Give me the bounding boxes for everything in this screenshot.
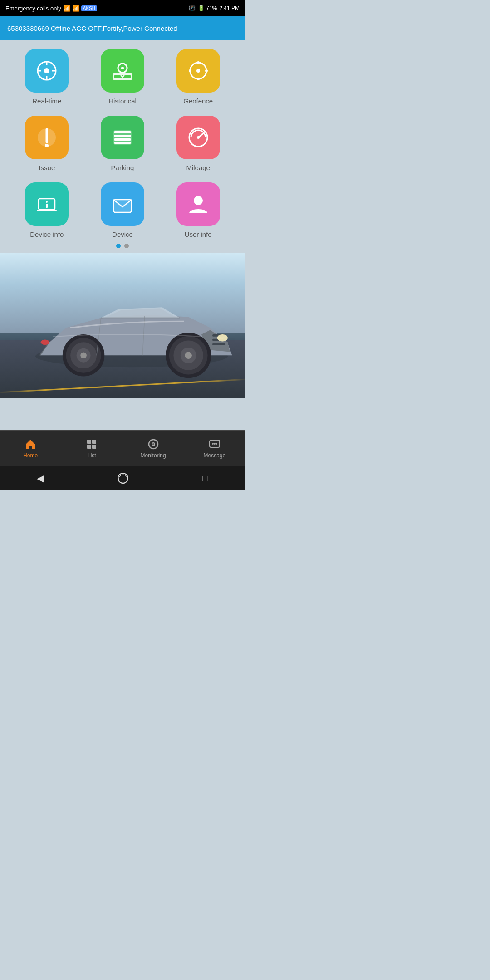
svg-rect-30 [46, 204, 48, 208]
svg-point-58 [212, 443, 214, 445]
svg-rect-52 [87, 445, 91, 449]
device-icon-box [101, 182, 144, 226]
mileage-icon-box [176, 116, 220, 159]
badge-icon: AKSH [81, 5, 97, 11]
device-status-text: 65303330669 Offline ACC OFF,Fortify,Powe… [7, 24, 177, 32]
icon-grid: Real-time Historical [14, 49, 231, 238]
svg-point-8 [121, 67, 124, 69]
realtime-icon [35, 59, 59, 83]
grid-item-geofence[interactable]: Geofence [165, 49, 231, 105]
deviceinfo-icon [35, 192, 59, 216]
recents-button[interactable]: □ [202, 473, 208, 484]
svg-point-15 [189, 69, 191, 72]
historical-label: Historical [108, 97, 137, 105]
bottom-nav: Home List Monitoring Message [0, 430, 245, 466]
svg-point-29 [46, 201, 48, 203]
historical-icon [111, 59, 134, 83]
grid-item-realtime[interactable]: Real-time [14, 49, 80, 105]
nav-item-monitoring[interactable]: Monitoring [123, 431, 184, 466]
dot-1[interactable] [116, 244, 121, 248]
svg-point-59 [214, 443, 216, 445]
vibrate-icon: 📳 [189, 5, 196, 11]
issue-label: Issue [39, 164, 55, 172]
wifi-icon: 📶 [72, 5, 79, 12]
car-image-area [0, 253, 245, 398]
issue-icon [35, 126, 59, 149]
realtime-label: Real-time [32, 97, 61, 105]
grid-item-userinfo[interactable]: User info [165, 182, 231, 238]
historical-icon-box [101, 49, 144, 93]
monitoring-icon [147, 438, 159, 450]
car-illustration [14, 289, 245, 380]
svg-point-39 [41, 340, 49, 345]
svg-rect-21 [114, 135, 131, 137]
emergency-text: Emergency calls only [5, 5, 61, 12]
svg-point-16 [205, 69, 208, 72]
nav-item-list[interactable]: List [61, 431, 122, 466]
back-button[interactable]: ◀ [37, 473, 44, 484]
svg-rect-37 [212, 343, 225, 345]
grid-item-deviceinfo[interactable]: Device info [14, 182, 80, 238]
svg-point-60 [216, 443, 217, 445]
message-icon [209, 438, 220, 450]
parking-icon-box [101, 116, 144, 159]
grid-item-parking[interactable]: Parking [89, 116, 156, 172]
grid-item-device[interactable]: Device [89, 182, 156, 238]
home-icon [24, 438, 36, 450]
grid-item-mileage[interactable]: Mileage [165, 116, 231, 172]
status-right: 📳 🔋 71% 2:41 PM [189, 5, 240, 11]
svg-point-38 [217, 334, 228, 341]
svg-point-12 [196, 69, 200, 73]
parking-label: Parking [111, 164, 134, 172]
status-bar: Emergency calls only 📶 📶 AKSH 📳 🔋 71% 2:… [0, 0, 245, 16]
svg-rect-50 [87, 440, 91, 444]
geofence-icon-box [176, 49, 220, 93]
svg-point-49 [80, 352, 86, 358]
userinfo-icon [186, 192, 210, 216]
svg-point-26 [197, 136, 200, 139]
mileage-label: Mileage [186, 164, 210, 172]
parking-icon [111, 126, 134, 149]
svg-rect-20 [114, 131, 131, 133]
system-nav-bar: ◀ ◯ □ [0, 466, 245, 490]
home-button[interactable]: ◯ [118, 473, 128, 484]
device-label: Device [112, 230, 133, 238]
geofence-label: Geofence [183, 97, 213, 105]
svg-point-32 [194, 196, 203, 205]
nav-label-home: Home [23, 452, 38, 459]
dot-2[interactable] [124, 244, 129, 248]
nav-label-list: List [88, 452, 96, 459]
svg-point-14 [197, 78, 200, 80]
issue-icon-box [25, 116, 69, 159]
nav-label-monitoring: Monitoring [141, 452, 166, 459]
svg-rect-53 [92, 445, 96, 449]
userinfo-label: User info [185, 230, 212, 238]
mileage-icon [186, 126, 210, 149]
road-line [0, 378, 245, 393]
svg-point-18 [45, 144, 49, 147]
signal-icon: 📶 [63, 5, 70, 12]
userinfo-icon-box [176, 182, 220, 226]
device-icon [111, 192, 134, 216]
svg-point-1 [44, 68, 49, 74]
svg-rect-28 [37, 210, 57, 211]
header-bar: 65303330669 Offline ACC OFF,Fortify,Powe… [0, 16, 245, 40]
nav-item-message[interactable]: Message [184, 431, 245, 466]
grid-area: Real-time Historical [0, 40, 245, 253]
nav-label-message: Message [204, 452, 226, 459]
grid-item-historical[interactable]: Historical [89, 49, 156, 105]
svg-point-13 [197, 61, 200, 64]
grid-item-issue[interactable]: Issue [14, 116, 80, 172]
svg-rect-22 [114, 138, 131, 141]
nav-item-home[interactable]: Home [0, 431, 61, 466]
deviceinfo-label: Device info [30, 230, 64, 238]
realtime-icon-box [25, 49, 69, 93]
time: 2:41 PM [219, 5, 240, 11]
deviceinfo-icon-box [25, 182, 69, 226]
pagination-dots [14, 244, 231, 248]
geofence-icon [186, 59, 210, 83]
svg-rect-23 [114, 142, 131, 144]
svg-point-56 [152, 443, 154, 445]
list-icon [86, 438, 98, 450]
battery-icon: 🔋 71% [198, 5, 217, 11]
